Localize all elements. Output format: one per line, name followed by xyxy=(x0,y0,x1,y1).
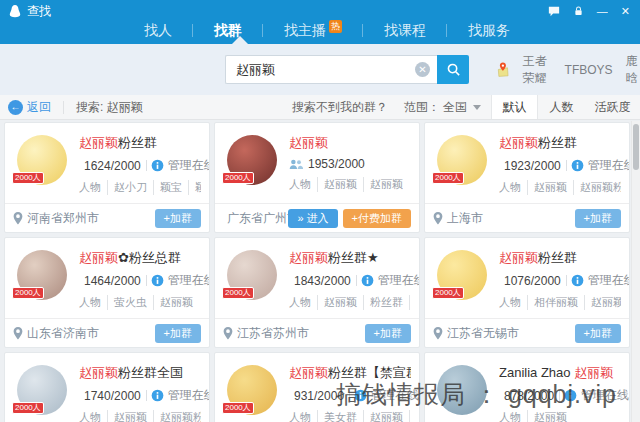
cannot-find-group-link[interactable]: 搜索不到我的群？ xyxy=(292,99,388,116)
sort-tab[interactable]: 活跃度 xyxy=(585,95,640,119)
info-icon xyxy=(571,159,584,172)
group-card[interactable]: Zanilia Zhao 赵丽颖 878/2000 管理在线 人物赵丽颖 xyxy=(424,352,630,422)
admin-online-label: 管理在线 xyxy=(378,272,420,289)
group-tag: 赵丽颖 xyxy=(527,410,567,422)
search-input[interactable] xyxy=(225,55,437,84)
join-group-button[interactable]: +加群 xyxy=(575,324,621,343)
sort-tab[interactable]: 人数 xyxy=(538,95,585,119)
scrollbar[interactable] xyxy=(631,121,640,422)
admin-online-label: 管理在线 xyxy=(168,272,210,289)
hot-keyword-link[interactable]: 王者荣耀 xyxy=(523,53,552,87)
window-title: 查找 xyxy=(27,3,51,20)
member-row: 1624/2000 管理在线 xyxy=(79,157,201,174)
admin-online-label: 管理在线 xyxy=(168,387,210,404)
scrollbar-thumb[interactable] xyxy=(633,124,639,170)
admin-online-label: 管理在线 xyxy=(371,387,419,404)
clear-icon[interactable]: ✕ xyxy=(415,62,430,77)
lock-icon[interactable] xyxy=(573,5,584,17)
window-title-group: 查找 xyxy=(8,3,51,20)
nav-tab[interactable]: 找人 xyxy=(123,18,193,44)
card-top: Zanilia Zhao 赵丽颖 878/2000 管理在线 人物赵丽颖 xyxy=(425,353,629,422)
search-button[interactable] xyxy=(437,55,469,84)
group-tag: 人物 xyxy=(499,180,521,195)
capacity-badge: 2000人 xyxy=(222,287,254,299)
group-card[interactable]: 2000人 赵丽颖粉丝群全国 1740/2000 管理在线 人物赵丽颖赵丽颖粉丝… xyxy=(4,352,210,422)
group-tag: 颖火虫 xyxy=(188,180,201,195)
chevron-down-icon xyxy=(473,105,481,110)
card-buttons: +加群 xyxy=(575,209,621,228)
location-pin-icon xyxy=(433,327,443,340)
admin-online-group: 管理在线 xyxy=(146,387,210,404)
tag-list: 人物赵丽颖赵丽颖粉丝颖火... xyxy=(499,180,621,195)
divider xyxy=(566,160,567,171)
feedback-icon[interactable] xyxy=(548,5,560,17)
hot-keyword-link[interactable]: 鹿晗 xyxy=(626,53,640,87)
card-buttons: +加群 xyxy=(575,324,621,343)
group-card[interactable]: 2000人 赵丽颖✿粉丝总群 1464/2000 管理在线 人物萤火虫赵丽颖 xyxy=(4,237,210,348)
group-title: 赵丽颖粉丝群 xyxy=(499,135,621,150)
paid-group-button[interactable]: +付费加群 xyxy=(343,209,411,228)
close-button[interactable]: ✕ xyxy=(621,6,630,17)
group-card[interactable]: 2000人 赵丽颖粉丝群 1624/2000 管理在线 人物赵小刀颖宝颖火虫粉.… xyxy=(4,122,210,233)
group-tag: 颖宝宝 xyxy=(409,410,411,422)
nav-tab[interactable]: 找服务 xyxy=(447,18,531,44)
hot-keywords: 王者荣耀TFBOYS鹿晗 xyxy=(496,53,640,87)
join-group-button[interactable]: +加群 xyxy=(575,209,621,228)
group-card[interactable]: 2000人 赵丽颖粉丝群【禁宣群 931/2000 管理在线 人物美女群赵丽颖颖… xyxy=(214,352,420,422)
enter-group-button[interactable]: » 进入 xyxy=(288,209,337,228)
group-card[interactable]: 2000人 赵丽颖粉丝群 1076/2000 管理在线 人物相伴丽颖赵丽颖 xyxy=(424,237,630,348)
group-tag: 人物 xyxy=(499,410,521,422)
member-row: 1076/2000 管理在线 xyxy=(499,272,621,289)
group-avatar: 2000人 xyxy=(227,250,277,300)
nav-tab[interactable]: 找课程 xyxy=(363,18,447,44)
group-card[interactable]: 2000人 赵丽颖粉丝群★ 1843/2000 管理在线 人物赵丽颖粉丝群颖 xyxy=(214,237,420,348)
group-title: 赵丽颖 xyxy=(289,135,403,150)
minimize-button[interactable]: — xyxy=(597,6,608,17)
group-location: 河南省郑州市 xyxy=(13,210,99,227)
map-pin-icon[interactable] xyxy=(496,57,510,82)
group-tag: 人物 xyxy=(79,180,101,195)
group-avatar xyxy=(437,365,487,415)
member-row: 878/2000 管理在线 xyxy=(499,387,621,404)
card-footer: 江苏省无锡市 +加群 xyxy=(425,318,629,347)
join-group-button[interactable]: +加群 xyxy=(155,324,201,343)
qq-penguin-icon xyxy=(8,4,22,18)
group-tag: 粉丝群 xyxy=(363,295,403,310)
card-buttons: +加群 xyxy=(155,209,201,228)
tag-list: 人物赵丽颖赵丽颖 xyxy=(289,177,403,192)
join-group-button[interactable]: +加群 xyxy=(365,324,411,343)
join-group-button[interactable]: +加群 xyxy=(155,209,201,228)
group-card[interactable]: 2000人 赵丽颖 1953/2000 人物赵丽颖赵丽颖 广东省广州市 » 进入… xyxy=(214,122,420,233)
back-button[interactable]: ← 返回 xyxy=(8,99,51,116)
card-info: 赵丽颖 1953/2000 人物赵丽颖赵丽颖 xyxy=(289,135,403,192)
scope-dropdown[interactable]: 范围： 全国 xyxy=(404,99,481,116)
group-avatar: 2000人 xyxy=(17,250,67,300)
group-title: 赵丽颖粉丝群 xyxy=(499,250,621,265)
group-location: 江苏省苏州市 xyxy=(223,325,309,342)
sort-tab-label: 活跃度 xyxy=(595,99,631,116)
back-label: 返回 xyxy=(27,99,51,116)
nav-tab-label: 找课程 xyxy=(384,22,426,40)
card-info: 赵丽颖粉丝群 1923/2000 管理在线 人物赵丽颖赵丽颖粉丝颖火... xyxy=(499,135,621,195)
member-row: 1740/2000 管理在线 xyxy=(79,387,201,404)
hot-keyword-link[interactable]: TFBOYS xyxy=(565,63,613,77)
nav-tab[interactable]: 找群 xyxy=(193,18,263,44)
divider xyxy=(356,275,357,286)
nav-tab[interactable]: 找主播 热 xyxy=(263,18,363,44)
group-card[interactable]: 2000人 赵丽颖粉丝群 1923/2000 管理在线 人物赵丽颖赵丽颖粉丝颖火… xyxy=(424,122,630,233)
scope-label: 范围： xyxy=(404,99,440,116)
info-icon xyxy=(361,274,374,287)
capacity-badge: 2000人 xyxy=(432,287,464,299)
sort-tab[interactable]: 默认 xyxy=(491,95,538,119)
group-tag: 赵丽颖粉丝 xyxy=(573,180,621,195)
admin-online-group: 管理在线 xyxy=(349,387,419,404)
group-tag: 赵丽颖 xyxy=(107,410,147,422)
search-icon xyxy=(446,62,461,77)
location-label: 上海市 xyxy=(447,210,483,227)
group-tag: 美女群 xyxy=(317,410,357,422)
group-tag: 人物 xyxy=(79,295,101,310)
nav-tab-label: 找服务 xyxy=(468,22,510,40)
divider xyxy=(559,390,560,401)
group-tag: 颖 xyxy=(409,295,411,310)
capacity-badge: 2000人 xyxy=(12,172,44,184)
